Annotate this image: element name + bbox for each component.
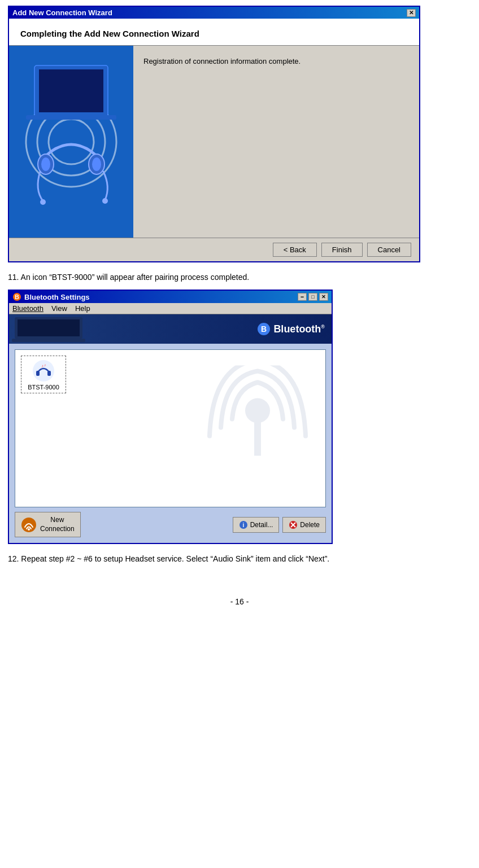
- wizard-cancel-button[interactable]: Cancel: [367, 243, 411, 257]
- bt-main-panel: ♪ ♪ BTST-9000 New Connection: [9, 344, 332, 543]
- wizard-text-area: Registration of connection information c…: [133, 46, 419, 238]
- svg-point-2: [49, 119, 94, 164]
- bt-device-headset-icon: ♪ ♪: [32, 360, 55, 382]
- bluetooth-settings-window: B Bluetooth Settings ‒ □ ✕ Bluetooth Vie…: [8, 290, 333, 544]
- svg-text:B: B: [261, 325, 267, 334]
- bt-menubar: Bluetooth View Help: [9, 303, 332, 314]
- wizard-content-text: Registration of connection information c…: [143, 57, 301, 65]
- bt-banner-logo: B Bluetooth®: [257, 322, 325, 336]
- bt-banner-laptop: [9, 314, 111, 344]
- bt-footer: New Connection i Detail...: [15, 507, 326, 537]
- wizard-content: Registration of connection information c…: [9, 46, 419, 238]
- svg-rect-22: [36, 371, 40, 376]
- wizard-image-panel: [9, 46, 133, 238]
- bt-title-group: B Bluetooth Settings: [12, 292, 90, 301]
- bt-watermark: [201, 366, 314, 492]
- svg-point-19: [245, 398, 270, 423]
- bt-new-connection-button[interactable]: New Connection: [15, 512, 81, 537]
- svg-rect-23: [47, 371, 51, 376]
- svg-rect-15: [18, 319, 80, 336]
- step12-text: 12. Repeat step #2 ~ #6 to setup Headset…: [8, 554, 471, 563]
- bt-menu-view[interactable]: View: [51, 304, 67, 313]
- svg-text:♪: ♪: [44, 363, 46, 367]
- bt-menu-help[interactable]: Help: [75, 304, 90, 313]
- bt-watermark-svg: [201, 366, 314, 490]
- wizard-back-button[interactable]: < Back: [273, 243, 317, 257]
- wizard-title: Add New Connection Wizard: [12, 8, 112, 17]
- svg-rect-16: [12, 339, 85, 342]
- new-connection-label: New Connection: [40, 516, 75, 533]
- bt-maximize-button[interactable]: □: [308, 293, 317, 301]
- svg-point-7: [41, 157, 50, 171]
- detail-button-label: Detail...: [250, 521, 273, 529]
- bt-header-banner: B Bluetooth®: [9, 314, 332, 344]
- svg-text:B: B: [15, 293, 19, 300]
- page-number: - 16 -: [8, 597, 471, 606]
- bt-logo-text: Bluetooth®: [273, 323, 325, 335]
- bluetooth-logo-icon: B: [257, 322, 271, 336]
- wizard-footer: < Back Finish Cancel: [9, 238, 419, 261]
- wizard-body: Completing the Add New Connection Wizard: [9, 19, 419, 261]
- delete-icon: [289, 520, 298, 529]
- new-connection-icon: [21, 517, 37, 533]
- bt-device-item[interactable]: ♪ ♪ BTST-9000: [21, 356, 66, 393]
- wizard-header-text: Completing the Add New Connection Wizard: [20, 29, 199, 38]
- svg-rect-5: [26, 115, 116, 120]
- bt-device-panel: ♪ ♪ BTST-9000: [15, 349, 326, 507]
- svg-point-9: [92, 157, 101, 171]
- svg-point-21: [33, 360, 54, 382]
- svg-rect-4: [39, 69, 103, 112]
- bt-titlebar-buttons: ‒ □ ✕: [298, 293, 328, 301]
- bt-action-buttons: i Detail... Delete: [233, 517, 326, 533]
- svg-rect-20: [254, 422, 261, 456]
- bt-menu-bluetooth[interactable]: Bluetooth: [12, 304, 43, 313]
- bt-minimize-button[interactable]: ‒: [298, 293, 307, 301]
- bt-window-title: Bluetooth Settings: [24, 293, 90, 301]
- wizard-close-button[interactable]: ✕: [407, 9, 416, 17]
- wizard-titlebar: Add New Connection Wizard ✕: [9, 7, 419, 19]
- detail-icon: i: [239, 520, 248, 529]
- svg-point-27: [28, 528, 30, 531]
- wizard-header: Completing the Add New Connection Wizard: [9, 19, 419, 46]
- svg-point-10: [40, 199, 46, 205]
- bt-titlebar: B Bluetooth Settings ‒ □ ✕: [9, 291, 332, 303]
- headset-illustration: [18, 54, 125, 229]
- delete-button-label: Delete: [300, 521, 320, 529]
- bluetooth-title-icon: B: [12, 292, 21, 301]
- svg-point-11: [102, 198, 108, 204]
- bt-delete-button[interactable]: Delete: [282, 517, 326, 533]
- bt-banner-laptop-svg: [9, 314, 111, 344]
- svg-text:♪: ♪: [41, 363, 43, 369]
- step11-text: 11. An icon “BTST-9000” will appear afte…: [8, 273, 471, 282]
- wizard-finish-button[interactable]: Finish: [321, 243, 363, 257]
- bt-detail-button[interactable]: i Detail...: [233, 517, 280, 533]
- bt-close-button[interactable]: ✕: [319, 293, 328, 301]
- bt-device-label: BTST-9000: [28, 384, 59, 391]
- wizard-window: Add New Connection Wizard ✕ Completing t…: [8, 6, 420, 262]
- svg-text:i: i: [242, 522, 244, 528]
